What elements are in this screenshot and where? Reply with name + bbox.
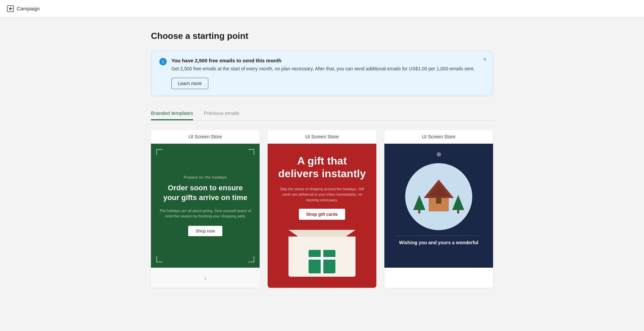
page-title: Choose a starting point: [151, 31, 493, 41]
card-1-store-label: UI Screen Store: [151, 130, 260, 144]
card-1-description: The holidays are all about giving. Give …: [159, 208, 252, 219]
info-text-block: You have 2,500 free emails to send this …: [171, 58, 485, 89]
cards-grid: UI Screen Store Prepare for the holidays…: [151, 130, 493, 288]
card-3-divider: [396, 236, 481, 236]
card-2-body: A gift that delivers instantly Skip the …: [268, 144, 376, 288]
house-body: [429, 198, 449, 211]
card-1-bottom: ↓: [151, 268, 260, 288]
card-1-subtitle: Prepare for the holidays: [184, 175, 227, 179]
card-2-description: Skip the stress of shipping around the h…: [276, 186, 368, 203]
back-button[interactable]: Campaign: [7, 5, 40, 12]
template-card-navy[interactable]: UI Screen Store ❄: [384, 130, 493, 288]
card-3-bottom: Wishing you and yours a wonderful: [391, 230, 486, 251]
back-arrow-icon: [7, 5, 14, 12]
main-content: Choose a starting point i You have 2,500…: [144, 17, 500, 301]
snow-globe-illustration: [405, 163, 472, 230]
envelope-illustration: [288, 230, 356, 277]
tree-trunk-left: [418, 210, 420, 213]
tree-shape-right: [452, 195, 464, 210]
corner-tr: [248, 149, 254, 155]
card-3-body: ❄: [384, 144, 493, 268]
card-2-title: A gift that delivers instantly: [276, 154, 368, 180]
banner-description: Get 2,500 free emails at the start of ev…: [171, 65, 485, 72]
card-1-title: Order soon to ensure your gifts arrive o…: [159, 183, 252, 202]
card-1-body: Prepare for the holidays Order soon to e…: [151, 144, 260, 268]
tab-branded-templates[interactable]: Branded templates: [151, 107, 193, 120]
top-bar-title: Campaign: [17, 6, 40, 11]
down-arrow-icon: ↓: [204, 274, 207, 281]
house-door: [436, 196, 441, 204]
tab-previous-emails[interactable]: Previous emails: [204, 107, 239, 120]
banner-title: You have 2,500 free emails to send this …: [171, 58, 485, 63]
card-2-store-label: UI Screen Store: [268, 130, 376, 144]
template-card-red[interactable]: UI Screen Store A gift that delivers ins…: [268, 130, 376, 288]
info-icon: i: [159, 58, 167, 65]
info-banner: i You have 2,500 free emails to send thi…: [151, 51, 493, 96]
house-roof: [424, 180, 454, 198]
house-illustration: [424, 180, 454, 211]
envelope-body: [288, 237, 356, 277]
close-banner-button[interactable]: ×: [483, 56, 487, 62]
card-1-shop-now-button[interactable]: Shop now: [188, 226, 222, 236]
envelope-gift: [309, 250, 335, 273]
corner-bl: [156, 256, 162, 262]
template-card-green[interactable]: UI Screen Store Prepare for the holidays…: [151, 130, 260, 288]
learn-more-button[interactable]: Learn more: [171, 78, 208, 89]
corner-br: [248, 256, 254, 262]
tree-right: [452, 195, 464, 213]
tree-trunk-right: [457, 210, 459, 213]
corner-tl: [156, 149, 162, 155]
tabs-container: Branded templates Previous emails: [151, 107, 493, 121]
card-2-shop-gift-button[interactable]: Shop gift cards: [299, 209, 345, 220]
card-3-title: Wishing you and yours a wonderful: [396, 240, 481, 245]
snowflake-icon: ❄: [436, 150, 442, 158]
info-icon-letter: i: [162, 59, 164, 64]
top-bar: Campaign: [0, 0, 644, 17]
card-3-store-label: UI Screen Store: [384, 130, 493, 144]
